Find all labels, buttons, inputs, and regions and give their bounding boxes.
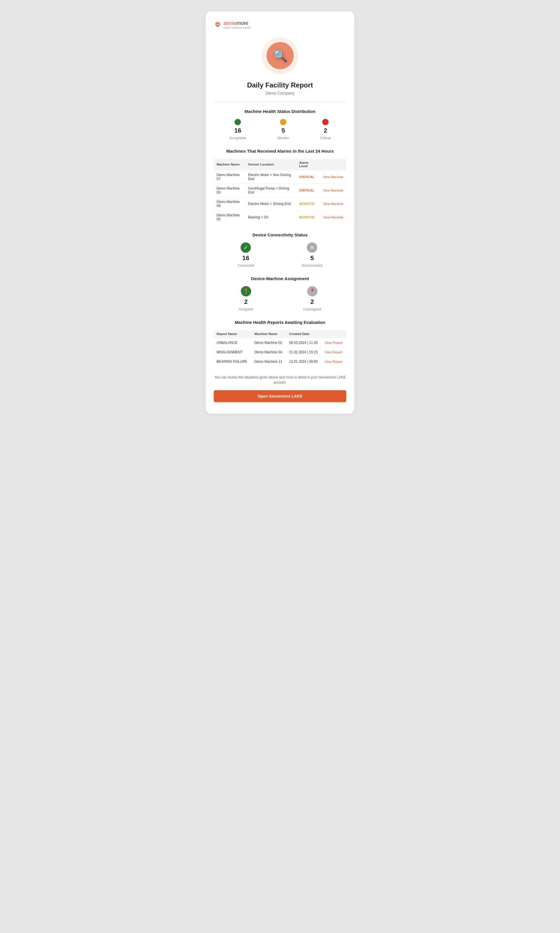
- alarm-machine-name: Demo Machine 05: [214, 210, 245, 224]
- connectivity-title: Device Connectivity Status: [214, 232, 346, 237]
- status-critical: 2 Critical: [320, 119, 331, 140]
- reports-table: Report Name Machine Name Created Date UN…: [214, 330, 346, 366]
- alarm-header-alarm: Alarm Level: [296, 159, 320, 170]
- logo-text: sensemore smart machine health: [223, 21, 251, 29]
- alarm-row: Demo Machine 05 Bearing > On MONITOR Vie…: [214, 210, 346, 224]
- main-card: sensemore smart machine health 🔍 Daily F…: [206, 11, 354, 414]
- acceptable-dot: [235, 119, 241, 125]
- location-pin-empty-icon: 📍: [309, 288, 315, 294]
- report-name: BEARING FAILURE: [214, 357, 251, 366]
- assignment-title: Device-Machine Assignment: [214, 276, 346, 281]
- alarm-header-action: [320, 159, 346, 170]
- report-created-date: 12.01.2024 | 08:00: [286, 357, 322, 366]
- magnify-icon: 🔍: [272, 50, 288, 62]
- report-company: Demo Company: [214, 91, 346, 95]
- assignment-row: 📍 2 Assigned 📍 2 Unassigned: [214, 286, 346, 311]
- report-view-link[interactable]: View Report: [322, 347, 346, 357]
- acceptable-count: 16: [234, 127, 241, 134]
- report-row: UNBALANCE Demo Machine 02 08.03.2024 | 1…: [214, 338, 346, 347]
- alarm-view-link[interactable]: View Machine: [320, 183, 346, 197]
- monitor-count: 5: [282, 127, 285, 134]
- alarm-section: Machines That Received Alarms in the Las…: [214, 149, 346, 224]
- reports-section-title: Machine Health Reports Awaiting Evaluati…: [214, 320, 346, 325]
- assigned-count: 2: [244, 298, 248, 306]
- acceptable-label: Acceptable: [229, 136, 246, 140]
- assigned-item: 📍 2 Assigned: [239, 286, 253, 311]
- alarm-view-link[interactable]: View Machine: [320, 197, 346, 210]
- alarm-table: Machine Name Sensor Location Alarm Level…: [214, 159, 346, 224]
- status-acceptable: 16 Acceptable: [229, 119, 246, 140]
- report-machine-name: Demo Machine 02: [251, 338, 286, 347]
- alarm-row: Demo Machine 03 Centrifugal Pump > Drivi…: [214, 183, 346, 197]
- alarm-view-link[interactable]: View Machine: [320, 170, 346, 183]
- report-header-machine: Machine Name: [251, 330, 286, 338]
- report-header-name: Report Name: [214, 330, 251, 338]
- connected-label: Connected: [237, 263, 254, 268]
- report-machine-name: Demo Machine 04: [251, 347, 286, 357]
- status-monitor: 5 Monitor: [277, 119, 289, 140]
- report-header-action: [322, 330, 346, 338]
- connectivity-section: Device Connectivity Status ✓ 16 Connecte…: [214, 232, 346, 268]
- report-name: MISALIGNMENT: [214, 347, 251, 357]
- unassigned-count: 2: [310, 298, 314, 306]
- alarm-view-link[interactable]: View Machine: [320, 210, 346, 224]
- report-row: BEARING FAILURE Demo Machine 11 12.01.20…: [214, 357, 346, 366]
- alarm-machine-name: Demo Machine 07: [214, 170, 245, 183]
- status-distribution: 16 Acceptable 5 Monitor 2 Critical: [214, 119, 346, 140]
- location-pin-icon: 📍: [243, 288, 249, 294]
- open-lake-button[interactable]: Open Sensemore LAKE: [214, 390, 346, 402]
- alarm-sensor-location: Electric Motor > Non Driving End: [245, 170, 296, 183]
- report-view-link[interactable]: View Report: [322, 338, 346, 347]
- report-created-date: 21.02.2024 | 15:15: [286, 347, 322, 357]
- report-title: Daily Facility Report: [214, 81, 346, 89]
- unassigned-label: Unassigned: [303, 307, 321, 311]
- report-header-date: Created Date: [286, 330, 322, 338]
- report-created-date: 08.03.2024 | 11:30: [286, 338, 322, 347]
- disconnected-label: Disconnected: [302, 263, 323, 268]
- logo-brand: sensemore: [223, 21, 251, 26]
- connected-count: 16: [242, 254, 249, 262]
- health-status-title: Machine Health Status Distribution: [214, 109, 346, 114]
- alarm-sensor-location: Electric Motor > Driving End: [245, 197, 296, 210]
- assigned-icon: 📍: [241, 286, 251, 296]
- connected-item: ✓ 16 Connected: [237, 242, 254, 268]
- reports-section: Machine Health Reports Awaiting Evaluati…: [214, 320, 346, 366]
- disconnected-count: 5: [310, 254, 314, 262]
- health-status-section: Machine Health Status Distribution 16 Ac…: [214, 109, 346, 140]
- disconnected-item: ✕ 5 Disconnected: [302, 242, 323, 268]
- logo-tagline: smart machine health: [223, 26, 251, 29]
- alarm-header-sensor: Sensor Location: [245, 159, 296, 170]
- alarm-level: CRITICAL: [296, 170, 320, 183]
- unassigned-icon: 📍: [307, 286, 317, 296]
- report-machine-name: Demo Machine 11: [251, 357, 286, 366]
- alarm-sensor-location: Bearing > On: [245, 210, 296, 224]
- alarm-row: Demo Machine 07 Electric Motor > Non Dri…: [214, 170, 346, 183]
- alarm-header-machine: Machine Name: [214, 159, 245, 170]
- alarm-machine-name: Demo Machine 09: [214, 197, 245, 210]
- critical-label: Critical: [320, 136, 331, 140]
- checkmark-icon: ✓: [243, 244, 248, 251]
- critical-count: 2: [324, 127, 327, 134]
- unassigned-item: 📍 2 Unassigned: [303, 286, 321, 311]
- monitor-label: Monitor: [277, 136, 289, 140]
- report-name: UNBALANCE: [214, 338, 251, 347]
- report-view-link[interactable]: View Report: [322, 357, 346, 366]
- footer-text: You can review the situations given abov…: [214, 375, 346, 385]
- sensemore-logo-icon: [214, 21, 222, 29]
- hero-illustration: 🔍: [214, 37, 346, 74]
- alarm-machine-name: Demo Machine 03: [214, 183, 245, 197]
- assigned-label: Assigned: [239, 307, 253, 311]
- critical-dot: [322, 119, 329, 125]
- alarm-row: Demo Machine 09 Electric Motor > Driving…: [214, 197, 346, 210]
- alarm-level: CRITICAL: [296, 183, 320, 197]
- disconnected-icon: ✕: [307, 242, 317, 253]
- logo-area: sensemore smart machine health: [214, 21, 346, 29]
- alarm-level: MONITOR: [296, 210, 320, 224]
- monitor-dot: [280, 119, 286, 125]
- cross-icon: ✕: [310, 244, 315, 251]
- assignment-section: Device-Machine Assignment 📍 2 Assigned 📍…: [214, 276, 346, 311]
- connected-icon: ✓: [241, 242, 251, 253]
- alarm-level: MONITOR: [296, 197, 320, 210]
- connectivity-row: ✓ 16 Connected ✕ 5 Disconnected: [214, 242, 346, 268]
- alarm-section-title: Machines That Received Alarms in the Las…: [214, 149, 346, 154]
